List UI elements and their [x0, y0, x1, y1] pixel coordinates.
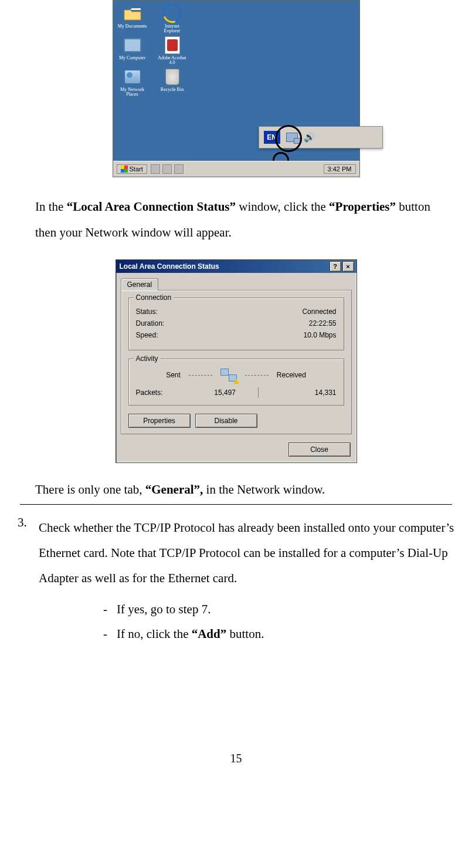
- text: There is only one tab,: [35, 482, 145, 497]
- bold-text: “Properties”: [329, 200, 396, 214]
- close-button[interactable]: ×: [342, 261, 354, 272]
- network-tray-icon[interactable]: [286, 133, 298, 142]
- step-number: 3.: [18, 515, 30, 646]
- quick-launch: [151, 164, 184, 174]
- text: In the: [35, 200, 67, 214]
- desktop-icon-acrobat[interactable]: Adobe Acrobat 4.0: [158, 36, 187, 65]
- start-label: Start: [130, 166, 143, 173]
- sent-label: Sent: [166, 371, 181, 379]
- step-text: Check whether the TCP/IP Protocol has al…: [39, 515, 454, 591]
- status-label: Status:: [136, 308, 158, 316]
- desktop-icon-ie[interactable]: Internet Explorer: [158, 4, 187, 33]
- quick-launch-item[interactable]: [162, 164, 172, 174]
- desktop-icon-network-places[interactable]: My Network Places: [118, 67, 147, 97]
- bullet-item: - If yes, go to step 7.: [103, 597, 454, 622]
- quick-launch-item[interactable]: [151, 164, 160, 174]
- icon-label: My Network Places: [118, 87, 147, 97]
- step-3-block: 3. Check whether the TCP/IP Protocol has…: [18, 515, 454, 646]
- icon-label: My Computer: [119, 56, 145, 60]
- text: If yes, go to step 7.: [117, 602, 210, 616]
- desktop-icon-recycle-bin[interactable]: Recycle Bin: [158, 67, 187, 97]
- taskbar: Start 3:42 PM: [113, 161, 359, 177]
- network-activity-icon: [220, 369, 237, 381]
- tab-panel-general: Connection Status: Connected Duration: 2…: [121, 290, 352, 434]
- properties-button[interactable]: Properties: [128, 414, 191, 428]
- monitor-icon: [123, 36, 142, 55]
- desktop-screenshot: My Documents Internet Explorer My Comput…: [113, 0, 360, 177]
- desktop-icon-my-computer[interactable]: My Computer: [118, 36, 147, 65]
- groupbox-legend: Activity: [134, 354, 161, 363]
- icon-label: Internet Explorer: [158, 24, 187, 33]
- text: If no, click the: [117, 627, 192, 641]
- duration-label: Duration:: [136, 319, 165, 327]
- dash-line-icon: [245, 375, 269, 376]
- bullet-item: - If no, click the “Add” button.: [103, 622, 454, 646]
- speed-value: 10.0 Mbps: [303, 331, 336, 339]
- text: in the Network window.: [203, 482, 325, 497]
- close-icon: ×: [346, 264, 349, 270]
- start-button[interactable]: Start: [117, 164, 147, 174]
- help-button[interactable]: ?: [330, 261, 341, 272]
- recycle-bin-icon: [163, 67, 182, 86]
- dash-line-icon: [189, 375, 212, 376]
- icon-label: Adobe Acrobat 4.0: [158, 56, 187, 65]
- window-title: Local Area Connection Status: [120, 262, 219, 271]
- text: window, click the: [236, 200, 329, 214]
- groupbox-activity: Activity Sent Received Packets: 15,497 1…: [128, 359, 344, 406]
- tab-general[interactable]: General: [121, 278, 159, 291]
- bold-text: “Add”: [192, 627, 227, 641]
- icon-label: My Documents: [118, 24, 147, 29]
- bold-text: “General”,: [145, 482, 203, 497]
- system-tray: EN 🔊: [259, 126, 383, 148]
- windows-logo-icon: [121, 166, 128, 173]
- desktop-icons: My Documents Internet Explorer My Comput…: [118, 4, 194, 97]
- window-titlebar[interactable]: Local Area Connection Status ? ×: [116, 260, 356, 273]
- packets-label: Packets:: [136, 389, 163, 397]
- local-area-connection-status-window: Local Area Connection Status ? × General…: [116, 259, 357, 463]
- speaker-icon[interactable]: 🔊: [304, 133, 315, 142]
- bullet-dash: -: [103, 597, 107, 622]
- received-label: Received: [277, 371, 306, 379]
- bold-text: “Local Area Connection Status”: [67, 200, 236, 214]
- acrobat-icon: [163, 36, 182, 55]
- bullet-dash: -: [103, 622, 107, 646]
- step-bullets: - If yes, go to step 7. - If no, click t…: [103, 597, 454, 646]
- desktop-icon-my-documents[interactable]: My Documents: [118, 4, 147, 33]
- packets-sent-value: 15,497: [163, 389, 253, 397]
- warning-icon: [233, 379, 239, 384]
- packets-received-value: 14,331: [263, 389, 336, 397]
- network-places-icon: [123, 67, 142, 86]
- instruction-paragraph: There is only one tab, “General”, in the…: [35, 478, 454, 502]
- horizontal-rule: [20, 504, 452, 505]
- folder-icon: [123, 4, 142, 23]
- separator-icon: [258, 387, 259, 398]
- taskbar-clock[interactable]: 3:42 PM: [324, 164, 356, 174]
- tab-strip: General: [116, 273, 356, 290]
- groupbox-legend: Connection: [134, 293, 174, 302]
- instruction-paragraph: In the “Local Area Connection Status” wi…: [35, 194, 454, 245]
- close-dialog-button[interactable]: Close: [288, 443, 351, 457]
- duration-value: 22:22:55: [309, 319, 337, 327]
- disable-button[interactable]: Disable: [195, 414, 257, 428]
- language-indicator[interactable]: EN: [264, 131, 280, 144]
- help-icon: ?: [333, 264, 337, 270]
- page-number: 15: [18, 752, 454, 765]
- text: button.: [226, 627, 264, 641]
- speed-label: Speed:: [136, 331, 158, 339]
- ie-icon: [163, 4, 182, 23]
- status-value: Connected: [302, 308, 336, 316]
- icon-label: Recycle Bin: [161, 87, 184, 92]
- groupbox-connection: Connection Status: Connected Duration: 2…: [128, 298, 344, 350]
- quick-launch-item[interactable]: [174, 164, 184, 174]
